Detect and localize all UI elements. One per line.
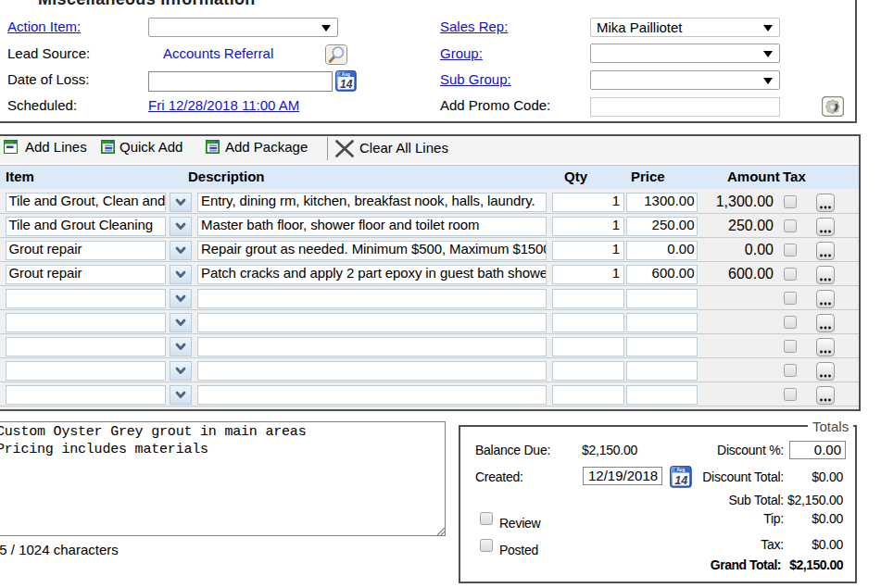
svg-text:Aug: Aug	[676, 468, 685, 472]
svg-text:14: 14	[340, 78, 353, 91]
svg-text:14: 14	[674, 474, 687, 487]
svg-text:Aug: Aug	[342, 72, 350, 77]
